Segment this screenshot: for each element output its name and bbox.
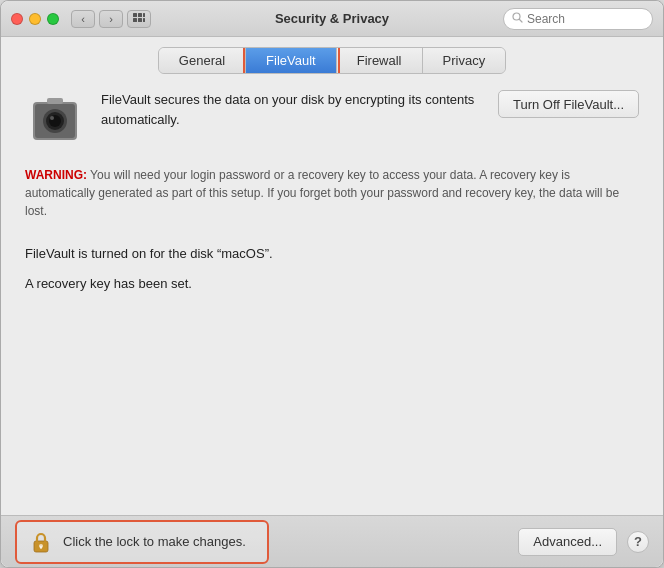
search-input[interactable] <box>527 12 647 26</box>
tab-firewall[interactable]: Firewall <box>337 48 423 73</box>
description-area: FileVault secures the data on your disk … <box>101 90 482 133</box>
status-disk: FileVault is turned on for the disk “mac… <box>25 244 639 264</box>
back-button[interactable]: ‹ <box>71 10 95 28</box>
svg-rect-5 <box>143 18 145 22</box>
status-key: A recovery key has been set. <box>25 274 639 294</box>
titlebar: ‹ › Security & Privacy <box>1 1 663 37</box>
tab-filevault[interactable]: FileVault <box>246 48 337 73</box>
main-window: ‹ › Security & Privacy <box>0 0 664 568</box>
bottom-bar: Click the lock to make changes. Advanced… <box>1 515 663 567</box>
lock-icon <box>27 528 55 556</box>
window-title: Security & Privacy <box>275 11 389 26</box>
advanced-button[interactable]: Advanced... <box>518 528 617 556</box>
svg-rect-14 <box>47 98 63 104</box>
header-right: Turn Off FileVault... <box>498 90 639 118</box>
traffic-lights <box>11 13 59 25</box>
turn-off-button[interactable]: Turn Off FileVault... <box>498 90 639 118</box>
search-icon <box>512 12 523 25</box>
tab-general[interactable]: General <box>159 48 246 73</box>
svg-rect-2 <box>143 13 145 17</box>
warning-section: WARNING: You will need your login passwo… <box>25 166 639 220</box>
help-button[interactable]: ? <box>627 531 649 553</box>
warning-label: WARNING: <box>25 168 87 182</box>
svg-rect-1 <box>138 13 142 17</box>
close-button[interactable] <box>11 13 23 25</box>
svg-point-6 <box>513 13 520 20</box>
svg-rect-0 <box>133 13 137 17</box>
svg-rect-4 <box>138 18 142 22</box>
tabs: General FileVault Firewall Privacy <box>158 47 506 74</box>
lock-text: Click the lock to make changes. <box>63 534 246 549</box>
svg-rect-3 <box>133 18 137 22</box>
tabs-container: General FileVault Firewall Privacy <box>1 37 663 74</box>
maximize-button[interactable] <box>47 13 59 25</box>
status-section: FileVault is turned on for the disk “mac… <box>25 244 639 303</box>
search-box[interactable] <box>503 8 653 30</box>
svg-line-7 <box>520 20 523 23</box>
content-header: FileVault secures the data on your disk … <box>25 90 639 150</box>
grid-button[interactable] <box>127 10 151 28</box>
main-content: FileVault secures the data on your disk … <box>1 74 663 515</box>
filevault-icon <box>25 90 85 150</box>
minimize-button[interactable] <box>29 13 41 25</box>
lock-section[interactable]: Click the lock to make changes. <box>15 520 269 564</box>
svg-point-13 <box>50 116 54 120</box>
tab-privacy[interactable]: Privacy <box>423 48 506 73</box>
nav-buttons: ‹ › <box>71 10 123 28</box>
svg-rect-17 <box>40 546 42 549</box>
forward-button[interactable]: › <box>99 10 123 28</box>
warning-text: WARNING: You will need your login passwo… <box>25 166 639 220</box>
warning-body: You will need your login password or a r… <box>25 168 619 218</box>
description-text: FileVault secures the data on your disk … <box>101 90 482 129</box>
